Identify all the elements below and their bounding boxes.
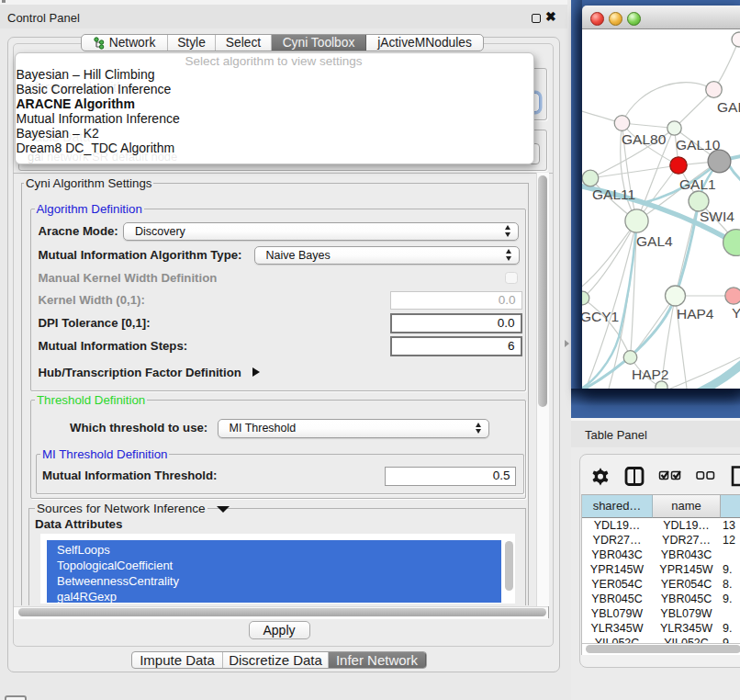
svg-text:GCY1: GCY1 (582, 309, 619, 324)
svg-text:GAL7: GAL7 (717, 99, 740, 115)
svg-text:HAP4: HAP4 (677, 306, 714, 322)
svg-text:GAL1: GAL1 (679, 176, 716, 192)
svg-text:HAP2: HAP2 (632, 367, 669, 382)
svg-text:GAL11: GAL11 (592, 186, 635, 202)
svg-text:Y: Y (732, 305, 740, 321)
svg-text:SWI4: SWI4 (700, 209, 734, 224)
svg-text:GAL10: GAL10 (676, 137, 721, 152)
svg-text:GAL80: GAL80 (622, 131, 667, 147)
svg-text:GAL4: GAL4 (636, 233, 673, 249)
